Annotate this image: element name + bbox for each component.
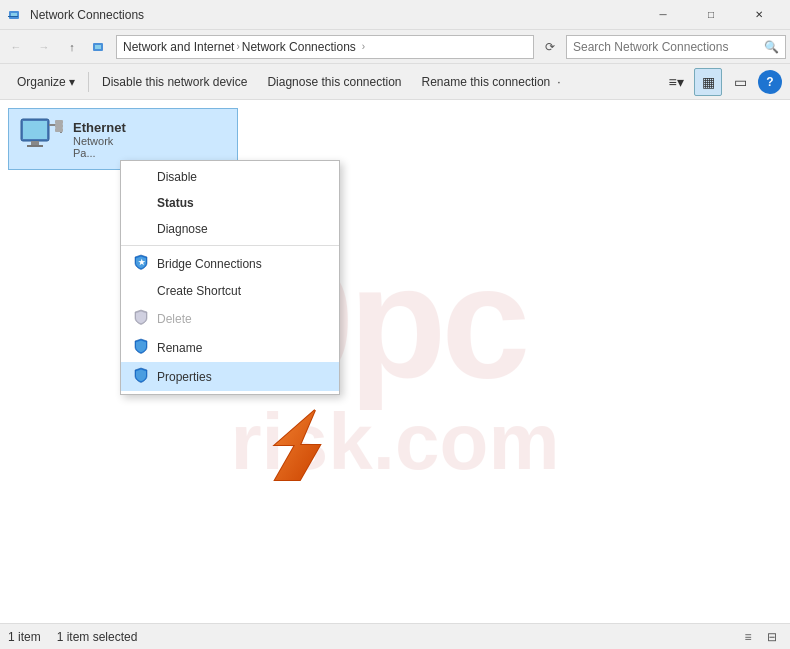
window-controls: ─ □ ✕ (640, 0, 782, 30)
preview-button[interactable]: ▭ (726, 68, 754, 96)
no-shield-placeholder-4 (133, 283, 149, 299)
organize-button[interactable]: Organize ▾ (8, 68, 84, 96)
selected-count: 1 item selected (57, 630, 138, 644)
svg-rect-12 (55, 124, 63, 128)
search-icon: 🔍 (764, 40, 779, 54)
window-icon (8, 7, 24, 23)
ctx-shortcut[interactable]: Create Shortcut (121, 278, 339, 304)
address-bar: ← → ↑ Network and Internet › Network Con… (0, 30, 790, 64)
ethernet-icon (17, 115, 65, 163)
list-view-button[interactable]: ≡ (738, 627, 758, 647)
preview-icon: ▭ (734, 74, 747, 90)
ethernet-sub2: Pa... (73, 147, 126, 159)
ctx-diagnose[interactable]: Diagnose (121, 216, 339, 242)
layout-icon: ▦ (702, 74, 715, 90)
help-button[interactable]: ? (758, 70, 782, 94)
breadcrumb-end-arrow: › (362, 41, 365, 52)
breadcrumb-network-connections[interactable]: Network Connections (242, 40, 356, 54)
status-bar: 1 item 1 item selected ≡ ⊟ (0, 623, 790, 649)
back-button[interactable]: ← (4, 35, 28, 59)
svg-rect-13 (55, 128, 63, 132)
file-list[interactable]: Ethernet Network Pa... Disable Status Di… (0, 100, 790, 623)
detail-view-button[interactable]: ⊟ (762, 627, 782, 647)
disable-button[interactable]: Disable this network device (93, 68, 256, 96)
svg-rect-7 (31, 141, 39, 145)
up-button[interactable]: ↑ (60, 35, 84, 59)
close-button[interactable]: ✕ (736, 0, 782, 30)
toolbar: Organize ▾ Disable this network device D… (0, 64, 790, 100)
no-shield-placeholder-3 (133, 221, 149, 237)
ctx-properties[interactable]: Properties (121, 362, 339, 391)
svg-rect-2 (8, 16, 18, 17)
view-controls: ≡ ⊟ (738, 627, 782, 647)
ctx-separator-1 (121, 245, 339, 246)
main-area: 9pc risk.com (0, 100, 790, 623)
ethernet-name: Ethernet (73, 120, 126, 135)
no-shield-placeholder-2 (133, 195, 149, 211)
title-bar: Network Connections ─ □ ✕ (0, 0, 790, 30)
svg-rect-8 (27, 145, 43, 147)
ctx-rename[interactable]: Rename (121, 333, 339, 362)
context-menu: Disable Status Diagnose ★ (120, 160, 340, 395)
ctx-disable[interactable]: Disable (121, 164, 339, 190)
ethernet-info: Ethernet Network Pa... (73, 120, 126, 159)
breadcrumb-network-internet[interactable]: Network and Internet (123, 40, 234, 54)
svg-marker-16 (275, 410, 320, 480)
diagnose-button[interactable]: Diagnose this connection (258, 68, 410, 96)
detail-view-icon: ⊟ (767, 630, 777, 644)
rename-button[interactable]: Rename this connection · (413, 68, 570, 96)
view-options-button[interactable]: ≡▾ (662, 68, 690, 96)
svg-marker-15 (275, 410, 320, 480)
svg-text:★: ★ (138, 258, 146, 267)
maximize-button[interactable]: □ (688, 0, 734, 30)
breadcrumb-icon (88, 35, 112, 59)
shield-icon-properties (133, 367, 149, 386)
ctx-bridge[interactable]: ★ Bridge Connections (121, 249, 339, 278)
ctx-status[interactable]: Status (121, 190, 339, 216)
ethernet-sub1: Network (73, 135, 126, 147)
no-shield-placeholder (133, 169, 149, 185)
shield-icon-rename (133, 338, 149, 357)
toolbar-right-icons: ≡▾ ▦ ▭ ? (662, 68, 782, 96)
view-options-icon: ≡▾ (668, 74, 683, 90)
shield-icon-delete (133, 309, 149, 328)
arrow-pointer (245, 400, 325, 480)
list-view-icon: ≡ (744, 630, 751, 644)
forward-button[interactable]: → (32, 35, 56, 59)
svg-rect-4 (95, 45, 101, 49)
shield-icon-bridge: ★ (133, 254, 149, 273)
svg-rect-11 (55, 120, 63, 124)
window-title: Network Connections (30, 8, 640, 22)
ctx-delete[interactable]: Delete (121, 304, 339, 333)
search-box[interactable]: 🔍 (566, 35, 786, 59)
item-count: 1 item (8, 630, 41, 644)
svg-rect-6 (23, 121, 47, 139)
refresh-button[interactable]: ⟳ (538, 35, 562, 59)
layout-button[interactable]: ▦ (694, 68, 722, 96)
minimize-button[interactable]: ─ (640, 0, 686, 30)
breadcrumb[interactable]: Network and Internet › Network Connectio… (116, 35, 534, 59)
toolbar-separator-1 (88, 72, 89, 92)
search-input[interactable] (573, 40, 760, 54)
